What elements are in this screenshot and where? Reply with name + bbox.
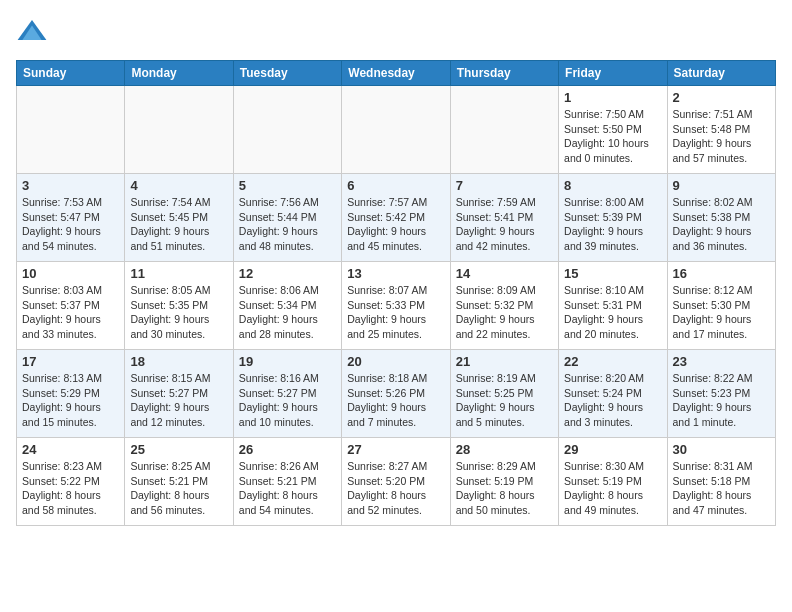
calendar-cell: 14Sunrise: 8:09 AM Sunset: 5:32 PM Dayli…: [450, 262, 558, 350]
day-number: 20: [347, 354, 444, 369]
day-number: 27: [347, 442, 444, 457]
day-number: 5: [239, 178, 336, 193]
day-number: 11: [130, 266, 227, 281]
calendar-cell: 18Sunrise: 8:15 AM Sunset: 5:27 PM Dayli…: [125, 350, 233, 438]
weekday-header: Thursday: [450, 61, 558, 86]
weekday-header: Wednesday: [342, 61, 450, 86]
day-number: 17: [22, 354, 119, 369]
day-info: Sunrise: 8:23 AM Sunset: 5:22 PM Dayligh…: [22, 459, 119, 518]
day-number: 2: [673, 90, 770, 105]
day-info: Sunrise: 7:51 AM Sunset: 5:48 PM Dayligh…: [673, 107, 770, 166]
weekday-header: Friday: [559, 61, 667, 86]
day-number: 30: [673, 442, 770, 457]
day-number: 12: [239, 266, 336, 281]
week-row: 17Sunrise: 8:13 AM Sunset: 5:29 PM Dayli…: [17, 350, 776, 438]
day-info: Sunrise: 8:20 AM Sunset: 5:24 PM Dayligh…: [564, 371, 661, 430]
calendar-cell: 16Sunrise: 8:12 AM Sunset: 5:30 PM Dayli…: [667, 262, 775, 350]
weekday-header: Sunday: [17, 61, 125, 86]
calendar-cell: 11Sunrise: 8:05 AM Sunset: 5:35 PM Dayli…: [125, 262, 233, 350]
day-number: 26: [239, 442, 336, 457]
day-info: Sunrise: 7:54 AM Sunset: 5:45 PM Dayligh…: [130, 195, 227, 254]
day-number: 7: [456, 178, 553, 193]
day-info: Sunrise: 8:25 AM Sunset: 5:21 PM Dayligh…: [130, 459, 227, 518]
day-info: Sunrise: 8:06 AM Sunset: 5:34 PM Dayligh…: [239, 283, 336, 342]
calendar-cell: 2Sunrise: 7:51 AM Sunset: 5:48 PM Daylig…: [667, 86, 775, 174]
calendar-cell: [233, 86, 341, 174]
day-info: Sunrise: 8:10 AM Sunset: 5:31 PM Dayligh…: [564, 283, 661, 342]
day-number: 3: [22, 178, 119, 193]
day-info: Sunrise: 8:30 AM Sunset: 5:19 PM Dayligh…: [564, 459, 661, 518]
day-number: 14: [456, 266, 553, 281]
day-info: Sunrise: 8:13 AM Sunset: 5:29 PM Dayligh…: [22, 371, 119, 430]
day-number: 22: [564, 354, 661, 369]
calendar-cell: 9Sunrise: 8:02 AM Sunset: 5:38 PM Daylig…: [667, 174, 775, 262]
week-row: 1Sunrise: 7:50 AM Sunset: 5:50 PM Daylig…: [17, 86, 776, 174]
day-info: Sunrise: 8:26 AM Sunset: 5:21 PM Dayligh…: [239, 459, 336, 518]
day-info: Sunrise: 7:53 AM Sunset: 5:47 PM Dayligh…: [22, 195, 119, 254]
day-number: 6: [347, 178, 444, 193]
calendar-cell: 1Sunrise: 7:50 AM Sunset: 5:50 PM Daylig…: [559, 86, 667, 174]
day-info: Sunrise: 8:22 AM Sunset: 5:23 PM Dayligh…: [673, 371, 770, 430]
calendar-cell: 4Sunrise: 7:54 AM Sunset: 5:45 PM Daylig…: [125, 174, 233, 262]
calendar-cell: 25Sunrise: 8:25 AM Sunset: 5:21 PM Dayli…: [125, 438, 233, 526]
day-info: Sunrise: 7:50 AM Sunset: 5:50 PM Dayligh…: [564, 107, 661, 166]
day-number: 16: [673, 266, 770, 281]
day-info: Sunrise: 8:31 AM Sunset: 5:18 PM Dayligh…: [673, 459, 770, 518]
calendar-cell: [125, 86, 233, 174]
day-info: Sunrise: 8:16 AM Sunset: 5:27 PM Dayligh…: [239, 371, 336, 430]
day-number: 18: [130, 354, 227, 369]
day-number: 13: [347, 266, 444, 281]
calendar-cell: 27Sunrise: 8:27 AM Sunset: 5:20 PM Dayli…: [342, 438, 450, 526]
day-info: Sunrise: 8:15 AM Sunset: 5:27 PM Dayligh…: [130, 371, 227, 430]
day-info: Sunrise: 7:56 AM Sunset: 5:44 PM Dayligh…: [239, 195, 336, 254]
calendar-cell: 10Sunrise: 8:03 AM Sunset: 5:37 PM Dayli…: [17, 262, 125, 350]
day-number: 4: [130, 178, 227, 193]
calendar-cell: 17Sunrise: 8:13 AM Sunset: 5:29 PM Dayli…: [17, 350, 125, 438]
day-info: Sunrise: 8:07 AM Sunset: 5:33 PM Dayligh…: [347, 283, 444, 342]
calendar-table: SundayMondayTuesdayWednesdayThursdayFrid…: [16, 60, 776, 526]
day-number: 25: [130, 442, 227, 457]
calendar-cell: 23Sunrise: 8:22 AM Sunset: 5:23 PM Dayli…: [667, 350, 775, 438]
header: [16, 16, 776, 48]
calendar-cell: 24Sunrise: 8:23 AM Sunset: 5:22 PM Dayli…: [17, 438, 125, 526]
day-number: 29: [564, 442, 661, 457]
calendar-cell: 21Sunrise: 8:19 AM Sunset: 5:25 PM Dayli…: [450, 350, 558, 438]
day-number: 19: [239, 354, 336, 369]
day-info: Sunrise: 8:05 AM Sunset: 5:35 PM Dayligh…: [130, 283, 227, 342]
day-info: Sunrise: 8:03 AM Sunset: 5:37 PM Dayligh…: [22, 283, 119, 342]
day-info: Sunrise: 7:59 AM Sunset: 5:41 PM Dayligh…: [456, 195, 553, 254]
calendar-cell: 19Sunrise: 8:16 AM Sunset: 5:27 PM Dayli…: [233, 350, 341, 438]
day-number: 28: [456, 442, 553, 457]
day-number: 15: [564, 266, 661, 281]
day-info: Sunrise: 8:02 AM Sunset: 5:38 PM Dayligh…: [673, 195, 770, 254]
logo: [16, 16, 52, 48]
day-info: Sunrise: 8:27 AM Sunset: 5:20 PM Dayligh…: [347, 459, 444, 518]
calendar-cell: 6Sunrise: 7:57 AM Sunset: 5:42 PM Daylig…: [342, 174, 450, 262]
day-number: 21: [456, 354, 553, 369]
day-number: 23: [673, 354, 770, 369]
day-info: Sunrise: 7:57 AM Sunset: 5:42 PM Dayligh…: [347, 195, 444, 254]
week-row: 24Sunrise: 8:23 AM Sunset: 5:22 PM Dayli…: [17, 438, 776, 526]
day-info: Sunrise: 8:09 AM Sunset: 5:32 PM Dayligh…: [456, 283, 553, 342]
day-number: 8: [564, 178, 661, 193]
calendar-cell: [17, 86, 125, 174]
day-number: 24: [22, 442, 119, 457]
logo-icon: [16, 16, 48, 48]
weekday-header: Saturday: [667, 61, 775, 86]
weekday-header: Monday: [125, 61, 233, 86]
calendar-cell: 12Sunrise: 8:06 AM Sunset: 5:34 PM Dayli…: [233, 262, 341, 350]
day-info: Sunrise: 8:00 AM Sunset: 5:39 PM Dayligh…: [564, 195, 661, 254]
calendar-cell: 13Sunrise: 8:07 AM Sunset: 5:33 PM Dayli…: [342, 262, 450, 350]
calendar-cell: [450, 86, 558, 174]
calendar-body: 1Sunrise: 7:50 AM Sunset: 5:50 PM Daylig…: [17, 86, 776, 526]
calendar-cell: 7Sunrise: 7:59 AM Sunset: 5:41 PM Daylig…: [450, 174, 558, 262]
calendar-cell: 22Sunrise: 8:20 AM Sunset: 5:24 PM Dayli…: [559, 350, 667, 438]
week-row: 3Sunrise: 7:53 AM Sunset: 5:47 PM Daylig…: [17, 174, 776, 262]
calendar-cell: 20Sunrise: 8:18 AM Sunset: 5:26 PM Dayli…: [342, 350, 450, 438]
day-number: 1: [564, 90, 661, 105]
calendar-cell: [342, 86, 450, 174]
weekday-row: SundayMondayTuesdayWednesdayThursdayFrid…: [17, 61, 776, 86]
day-info: Sunrise: 8:19 AM Sunset: 5:25 PM Dayligh…: [456, 371, 553, 430]
day-info: Sunrise: 8:29 AM Sunset: 5:19 PM Dayligh…: [456, 459, 553, 518]
calendar-cell: 15Sunrise: 8:10 AM Sunset: 5:31 PM Dayli…: [559, 262, 667, 350]
